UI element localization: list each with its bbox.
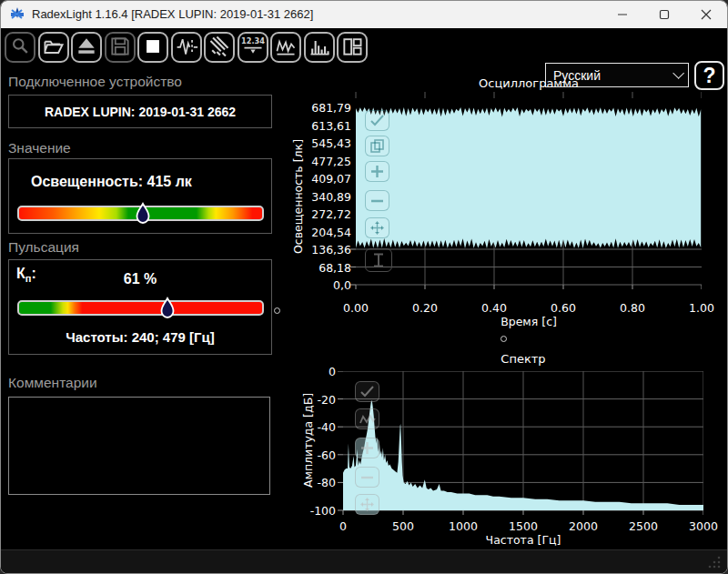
ytick-label: 272,72 xyxy=(290,207,351,221)
xtick-label: 0.60 xyxy=(551,301,576,315)
spectrum-plot[interactable] xyxy=(336,371,703,518)
spec-select-button[interactable] xyxy=(355,381,379,402)
stop-square-icon xyxy=(141,35,165,61)
pulsation-marker-icon xyxy=(160,297,175,326)
pulsation-box: Кп: 61 % Частоты: 240; 479 [Гц] xyxy=(8,259,272,355)
magnifier-icon xyxy=(8,35,32,61)
numeric-display-button[interactable]: 12.34 xyxy=(238,32,268,63)
xtick-label: 0.80 xyxy=(620,301,645,315)
pulsation-mode-button[interactable] xyxy=(171,32,202,63)
layout-view-button[interactable] xyxy=(337,32,368,63)
ytick-label: 681,79 xyxy=(290,101,351,115)
floppy-disk-icon xyxy=(108,35,132,61)
ytick-label: -40 xyxy=(301,420,336,434)
osc-cursor-button[interactable] xyxy=(365,248,392,272)
oscillogram-icon xyxy=(274,35,298,61)
illuminance-scale-bar xyxy=(17,206,264,221)
ytick-label: -60 xyxy=(301,448,336,461)
xtick-label: 0.00 xyxy=(343,301,369,315)
comments-input[interactable] xyxy=(8,397,270,495)
ytick-label: 68,18 xyxy=(290,260,351,274)
xtick-label: 2000 xyxy=(569,519,598,533)
xtick-label: 0.20 xyxy=(412,301,438,315)
device-section-label: Подключенное устройство xyxy=(8,74,182,90)
oscillogram-xlabel: Время [с] xyxy=(356,315,702,328)
pulse-waveform-icon xyxy=(175,35,198,61)
value-box: Освещенность: 415 лк xyxy=(8,158,272,234)
titlebar: RadexLight 1.16.4 [RADEX LUPIN: 2019-01-… xyxy=(1,1,727,28)
app-icon xyxy=(10,7,25,22)
toolbar: 12.34 Р xyxy=(1,28,727,66)
open-file-button[interactable] xyxy=(38,32,69,63)
kp-value: 61 % xyxy=(9,271,271,287)
search-device-button[interactable] xyxy=(5,32,35,63)
osc-pan-button[interactable] xyxy=(365,217,389,238)
minimize-button[interactable] xyxy=(602,1,643,28)
spec-zoom-out-button[interactable] xyxy=(355,467,379,488)
device-box: RADEX LUPIN: 2019-01-31 2662 xyxy=(8,95,272,128)
comments-section-label: Комментарии xyxy=(8,375,97,391)
spectrum-xlabel: Частота [Гц] xyxy=(343,533,703,547)
spectrum-ylabel: Амплитуда [дБ] xyxy=(301,393,315,488)
svg-text:12.34: 12.34 xyxy=(241,36,265,45)
xtick-label: 1.00 xyxy=(689,301,714,315)
ytick-label: 613,61 xyxy=(290,118,351,132)
osc-select-button[interactable] xyxy=(365,110,389,131)
ytick-label: -80 xyxy=(301,476,336,489)
save-file-button[interactable] xyxy=(105,32,136,63)
spec-zoom-in-button[interactable] xyxy=(355,438,379,458)
eject-device-button[interactable] xyxy=(71,32,102,63)
illuminance-marker-icon xyxy=(136,202,150,231)
panel-layout-icon xyxy=(340,35,364,61)
pulsation-scale-bar xyxy=(17,300,264,316)
illuminance-reading: Освещенность: 415 лк xyxy=(31,174,192,190)
horizontal-splitter-handle[interactable] xyxy=(500,336,507,342)
osc-zoom-in-button[interactable] xyxy=(365,161,389,182)
xtick-label: 500 xyxy=(392,519,414,533)
eject-icon xyxy=(75,35,98,61)
ytick-label: 204,54 xyxy=(290,225,351,238)
xtick-label: 0.40 xyxy=(481,301,507,315)
numeric-readout-icon: 12.34 xyxy=(241,35,265,61)
maximize-button[interactable] xyxy=(643,1,685,28)
bar-chart-icon xyxy=(308,35,331,61)
spec-autoscale-button[interactable] xyxy=(355,408,379,429)
frequencies-text: Частоты: 240; 479 [Гц] xyxy=(9,329,271,345)
spectrum-view-button[interactable] xyxy=(304,32,335,63)
xtick-label: 0 xyxy=(339,519,347,533)
ytick-label: 477,25 xyxy=(290,154,351,167)
vertical-splitter-handle[interactable] xyxy=(274,307,280,314)
light-rays-icon xyxy=(207,35,231,61)
osc-copy-button[interactable] xyxy=(365,136,389,156)
status-bar xyxy=(1,549,727,574)
close-button[interactable] xyxy=(685,1,727,28)
spectrum-title: Спектр xyxy=(343,352,703,366)
application-window: RadexLight 1.16.4 [RADEX LUPIN: 2019-01-… xyxy=(0,0,728,574)
ytick-label: 545,43 xyxy=(290,136,351,150)
pulsation-section-label: Пульсация xyxy=(8,239,79,256)
ytick-label: 136,36 xyxy=(290,243,351,257)
ytick-label: 0 xyxy=(301,365,336,378)
ytick-label: 0,0 xyxy=(290,278,351,292)
ytick-label: -100 xyxy=(301,504,336,518)
resize-grip[interactable] xyxy=(708,556,721,572)
osc-zoom-out-button[interactable] xyxy=(365,190,389,211)
open-folder-icon xyxy=(42,35,66,61)
xtick-label: 1500 xyxy=(509,519,538,533)
ytick-label: -20 xyxy=(301,392,336,406)
device-name: RADEX LUPIN: 2019-01-31 2662 xyxy=(9,105,271,119)
xtick-label: 1000 xyxy=(449,519,478,533)
oscillogram-title: Осциллограмма xyxy=(356,76,702,90)
xtick-label: 3000 xyxy=(689,519,718,533)
xtick-label: 2500 xyxy=(629,519,658,533)
spec-pan-button[interactable] xyxy=(355,494,379,515)
ytick-label: 409,07 xyxy=(290,172,351,186)
stop-measurement-button[interactable] xyxy=(137,32,168,63)
oscillogram-view-button[interactable] xyxy=(270,32,301,63)
illuminance-mode-button[interactable] xyxy=(204,32,235,63)
oscillogram-plot[interactable] xyxy=(350,92,702,292)
value-section-label: Значение xyxy=(8,140,71,156)
window-title: RadexLight 1.16.4 [RADEX LUPIN: 2019-01-… xyxy=(32,1,313,28)
ytick-label: 340,89 xyxy=(290,189,351,203)
